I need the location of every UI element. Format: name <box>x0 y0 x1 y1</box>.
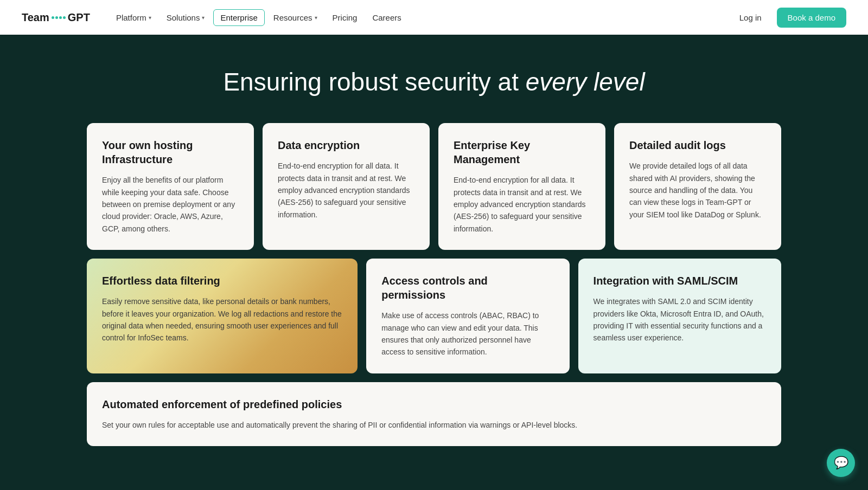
login-button[interactable]: Log in <box>733 10 768 25</box>
chevron-down-icon: ▾ <box>149 15 151 21</box>
card-data-filtering-body: Easily remove sensitive data, like perso… <box>102 295 342 344</box>
chat-bubble-button[interactable]: 💬 <box>827 449 855 477</box>
card-hosting: Your own hosting Infrastructure Enjoy al… <box>87 123 254 250</box>
card-key-management-body: End-to-end encryption for all data. It p… <box>454 174 590 235</box>
card-hosting-title: Your own hosting Infrastructure <box>102 138 239 166</box>
nav-links: Platform ▾ Solutions ▾ Enterprise Resour… <box>110 9 408 26</box>
card-encryption-body: End-to-end encryption for all data. It p… <box>278 160 414 221</box>
navbar: Team GPT Platform ▾ Solutions ▾ Enterpri… <box>0 0 868 35</box>
logo-text: Team <box>22 11 49 24</box>
nav-item-careers[interactable]: Careers <box>366 10 407 25</box>
nav-item-solutions[interactable]: Solutions ▾ <box>160 10 212 25</box>
card-audit-logs-body: We provide detailed logs of all data sha… <box>629 160 766 221</box>
nav-item-resources[interactable]: Resources ▾ <box>267 10 324 25</box>
book-demo-button[interactable]: Book a demo <box>777 8 846 28</box>
card-automated-enforcement-body: Set your own rules for acceptable use an… <box>102 419 766 431</box>
card-automated-enforcement-title: Automated enforcement of predefined poli… <box>102 397 766 411</box>
logo-suffix: GPT <box>68 11 90 24</box>
card-access-controls-body: Make use of access controls (ABAC, RBAC)… <box>381 310 554 358</box>
cards-row-3: Automated enforcement of predefined poli… <box>87 382 781 446</box>
navbar-right: Log in Book a demo <box>733 8 846 28</box>
chat-icon: 💬 <box>834 456 848 470</box>
card-data-filtering-title: Effortless data filtering <box>102 274 342 288</box>
logo[interactable]: Team GPT <box>22 11 90 24</box>
section-title: Ensuring robust security at every level <box>87 67 781 97</box>
card-hosting-body: Enjoy all the benefits of our platform w… <box>102 174 239 235</box>
card-encryption: Data encryption End-to-end encryption fo… <box>263 123 430 250</box>
card-key-management-title: Enterprise Key Management <box>454 138 590 166</box>
card-automated-enforcement: Automated enforcement of predefined poli… <box>87 382 781 446</box>
card-saml-scim: Integration with SAML/SCIM We integrates… <box>578 259 781 373</box>
card-audit-logs-title: Detailed audit logs <box>629 138 766 152</box>
card-access-controls-title: Access controls and permissions <box>381 274 554 302</box>
card-key-management: Enterprise Key Management End-to-end enc… <box>438 123 605 250</box>
logo-dots <box>52 16 66 19</box>
card-saml-scim-body: We integrates with SAML 2.0 and SCIM ide… <box>593 295 766 344</box>
card-access-controls: Access controls and permissions Make use… <box>366 259 569 373</box>
chevron-down-icon: ▾ <box>315 15 317 21</box>
cards-row-2: Effortless data filtering Easily remove … <box>87 259 781 373</box>
nav-item-platform[interactable]: Platform ▾ <box>110 10 158 25</box>
card-encryption-title: Data encryption <box>278 138 414 152</box>
chevron-down-icon: ▾ <box>202 15 205 21</box>
nav-item-pricing[interactable]: Pricing <box>326 10 364 25</box>
card-saml-scim-title: Integration with SAML/SCIM <box>593 274 766 288</box>
main-content: Ensuring robust security at every level … <box>0 35 868 489</box>
cards-row-1: Your own hosting Infrastructure Enjoy al… <box>87 123 781 250</box>
navbar-left: Team GPT Platform ▾ Solutions ▾ Enterpri… <box>22 9 408 26</box>
nav-item-enterprise[interactable]: Enterprise <box>213 9 264 26</box>
card-audit-logs: Detailed audit logs We provide detailed … <box>614 123 781 250</box>
card-data-filtering: Effortless data filtering Easily remove … <box>87 259 358 373</box>
